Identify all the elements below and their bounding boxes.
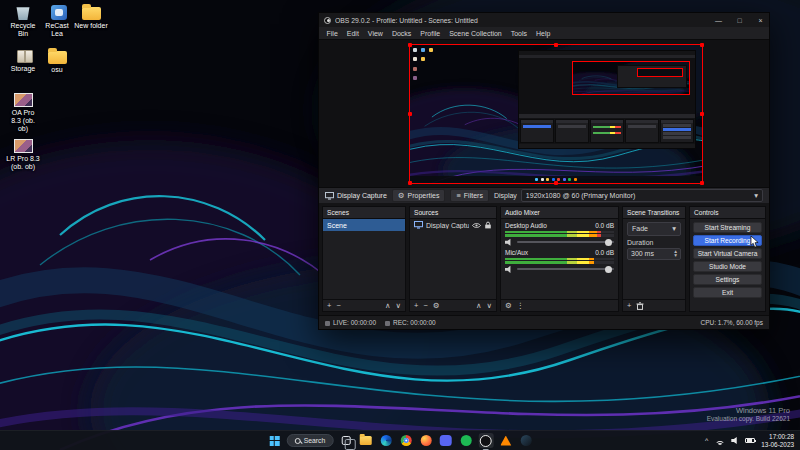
selected-source-bounds[interactable] — [409, 44, 703, 184]
filters-button[interactable]: ≡ Filters — [450, 189, 488, 202]
desktop-icon-storage[interactable]: Storage — [6, 48, 40, 73]
mini-desktop-icon — [429, 48, 433, 52]
remove-source-button[interactable]: − — [423, 302, 427, 310]
resize-handle[interactable] — [700, 181, 704, 185]
visibility-eye-icon[interactable] — [472, 222, 481, 229]
transition-select[interactable]: Fade ▾ — [627, 222, 681, 236]
close-button[interactable]: × — [752, 13, 769, 27]
discord-button[interactable] — [438, 433, 453, 448]
source-properties-button[interactable]: ⚙ — [433, 302, 440, 310]
mixer-settings-gear-icon[interactable]: ⚙ — [505, 302, 512, 310]
battery-icon[interactable] — [745, 438, 755, 444]
minimize-button[interactable]: — — [710, 13, 727, 27]
menu-file[interactable]: File — [322, 30, 342, 37]
desktop-icon-photo-1[interactable]: OA Pro 8.3 (ob. ob) — [6, 92, 40, 133]
resize-handle[interactable] — [700, 43, 704, 47]
obs-titlebar[interactable]: OBS 29.0.2 - Profile: Untitled - Scenes:… — [319, 13, 769, 27]
maximize-button[interactable]: □ — [731, 13, 748, 27]
resize-handle[interactable] — [554, 43, 558, 47]
desktop-icon-recycle-bin[interactable]: Recycle Bin — [6, 4, 40, 38]
tray-chevron-icon[interactable]: ^ — [705, 437, 708, 444]
trash-icon[interactable] — [636, 302, 644, 310]
add-scene-button[interactable]: + — [327, 302, 331, 310]
volume-slider-knob[interactable] — [605, 239, 612, 246]
steam-icon — [520, 435, 531, 446]
exit-button[interactable]: Exit — [693, 287, 762, 298]
scene-list-item[interactable]: Scene — [323, 219, 405, 231]
menu-profile[interactable]: Profile — [416, 30, 445, 37]
studio-mode-button[interactable]: Studio Mode — [693, 261, 762, 272]
speaker-icon[interactable] — [505, 238, 513, 246]
resize-handle[interactable] — [408, 181, 412, 185]
menu-edit[interactable]: Edit — [342, 30, 363, 37]
remove-scene-button[interactable]: − — [336, 302, 340, 310]
live-status: LIVE: 00:00:00 — [325, 319, 376, 326]
add-transition-button[interactable]: + — [627, 302, 631, 310]
start-virtual-camera-button[interactable]: Start Virtual Camera — [693, 248, 762, 259]
desktop-icon-recast[interactable]: ReCast Lea — [40, 4, 74, 38]
task-view-icon — [341, 436, 350, 445]
volume-slider[interactable] — [517, 268, 614, 270]
controls-panel: Controls Start Streaming Start Recording… — [689, 206, 766, 312]
taskbar-clock[interactable]: 17:00:28 13-06-2023 — [761, 433, 794, 449]
resize-handle[interactable] — [408, 43, 412, 47]
menu-docks[interactable]: Docks — [387, 30, 415, 37]
desktop-icon-new-folder[interactable]: New folder — [74, 4, 108, 30]
move-scene-down-button[interactable]: ∨ — [396, 302, 402, 310]
resize-handle[interactable] — [408, 112, 412, 116]
start-streaming-button[interactable]: Start Streaming — [693, 222, 762, 233]
menu-view[interactable]: View — [363, 30, 387, 37]
display-select-value: 1920x1080 @ 60 (Primary Monitor) — [526, 192, 635, 199]
mini-taskbar-icon — [574, 178, 577, 181]
obs-taskbar-button[interactable] — [478, 433, 493, 448]
steam-button[interactable] — [518, 433, 533, 448]
volume-slider-knob[interactable] — [605, 266, 612, 273]
transitions-body: Fade ▾ Duration 300 ms ▴ ▾ — [623, 219, 685, 299]
chrome-button[interactable] — [398, 433, 413, 448]
desktop-icon-photo-2[interactable]: LR Pro 8.3 (ob. ob) — [6, 138, 40, 171]
transition-select-value: Fade — [632, 225, 648, 232]
mini-desktop-icon — [413, 48, 417, 52]
properties-button[interactable]: ⚙ Properties — [392, 189, 446, 202]
display-select[interactable]: 1920x1080 @ 60 (Primary Monitor) ▾ — [521, 189, 763, 202]
mini-taskbar-icon — [568, 178, 571, 181]
mixer-options-dots-icon[interactable]: ⋮ — [517, 302, 525, 310]
menu-scene-collection[interactable]: Scene Collection — [445, 30, 507, 37]
desktop-icon-osu[interactable]: osu — [40, 48, 74, 74]
volume-icon[interactable] — [731, 437, 739, 445]
preview-canvas[interactable] — [319, 39, 769, 187]
taskbar-search[interactable]: Search — [287, 434, 334, 447]
menu-tools[interactable]: Tools — [506, 30, 531, 37]
source-toolbar: Display Capture ⚙ Properties ≡ Filters D… — [319, 187, 769, 203]
mixer-channel-mic-aux: Mic/Aux 0.0 dB — [505, 249, 614, 273]
source-list-item[interactable]: Display Capture — [410, 219, 496, 231]
move-source-down-button[interactable]: ∨ — [487, 302, 493, 310]
file-explorer-button[interactable] — [358, 433, 373, 448]
spotify-button[interactable] — [458, 433, 473, 448]
duration-spinbox[interactable]: 300 ms ▴ ▾ — [627, 248, 681, 260]
mini-sources-panel — [555, 119, 589, 143]
lock-icon[interactable] — [484, 221, 492, 229]
resize-handle[interactable] — [554, 181, 558, 185]
resize-handle[interactable] — [700, 112, 704, 116]
recycle-bin-icon — [13, 4, 33, 20]
spinbox-arrows[interactable]: ▴ ▾ — [674, 250, 677, 256]
mini-statusbar — [519, 144, 695, 148]
speaker-icon[interactable] — [505, 265, 513, 273]
firefox-button[interactable] — [418, 433, 433, 448]
volume-slider[interactable] — [517, 241, 614, 243]
sources-panel: Sources Display Capture + − ⚙ ∧ ∨ — [409, 206, 497, 312]
move-scene-up-button[interactable]: ∧ — [385, 302, 391, 310]
move-source-up-button[interactable]: ∧ — [476, 302, 482, 310]
vlc-button[interactable] — [498, 433, 513, 448]
wifi-icon[interactable] — [714, 437, 725, 445]
filters-icon: ≡ — [456, 192, 460, 200]
settings-button[interactable]: Settings — [693, 274, 762, 285]
add-source-button[interactable]: + — [414, 302, 418, 310]
dock-area: Scenes Scene + − ∧ ∨ Sources Display Cap… — [319, 203, 769, 315]
start-button[interactable] — [267, 433, 282, 448]
edge-button[interactable] — [378, 433, 393, 448]
spin-down-icon[interactable]: ▾ — [674, 254, 677, 257]
task-view-button[interactable] — [338, 433, 353, 448]
menu-help[interactable]: Help — [532, 30, 555, 37]
